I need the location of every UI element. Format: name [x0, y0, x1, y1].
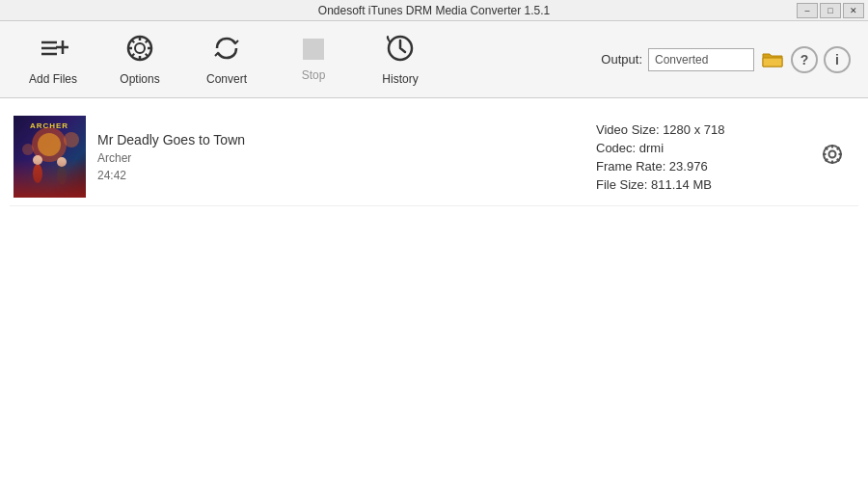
close-button[interactable]: ✕: [843, 3, 864, 18]
output-label: Output:: [601, 52, 642, 67]
options-button[interactable]: Options: [96, 26, 183, 94]
svg-point-6: [135, 43, 145, 53]
stop-icon: [303, 38, 324, 65]
file-settings-button[interactable]: [820, 142, 845, 173]
toolbar: Add Files Options: [0, 21, 868, 98]
file-item: ARCHER Mr Deadly Goes to Town Archer 24:…: [10, 108, 858, 206]
svg-point-28: [829, 150, 836, 157]
main-content: ARCHER Mr Deadly Goes to Town Archer 24:…: [0, 98, 868, 482]
file-actions: [820, 142, 854, 173]
info-button[interactable]: i: [824, 46, 851, 73]
stop-button[interactable]: Stop: [270, 26, 357, 94]
svg-line-14: [132, 54, 135, 57]
archer-poster: ARCHER: [14, 116, 86, 198]
add-files-button[interactable]: Add Files: [10, 26, 96, 94]
frame-rate: Frame Rate: 23.976: [596, 159, 708, 174]
minimize-button[interactable]: –: [797, 3, 818, 18]
add-files-label: Add Files: [29, 72, 77, 86]
svg-point-25: [64, 132, 79, 147]
help-button[interactable]: ?: [791, 46, 818, 73]
file-meta: Video Size: 1280 x 718 Codec: drmi Frame…: [596, 122, 808, 192]
output-area: Output: ? i: [601, 46, 851, 73]
info-icon: i: [835, 52, 839, 67]
file-thumbnail: ARCHER: [14, 116, 86, 198]
window-controls: – □ ✕: [797, 3, 864, 18]
file-title: Mr Deadly Goes to Town: [97, 132, 584, 147]
svg-point-23: [57, 157, 67, 167]
svg-line-11: [132, 40, 135, 43]
history-icon: [385, 33, 416, 68]
svg-rect-15: [303, 39, 324, 60]
file-size: File Size: 811.14 MB: [596, 177, 712, 192]
convert-button[interactable]: Convert: [183, 26, 270, 94]
svg-point-19: [38, 133, 61, 156]
file-subtitle: Archer: [97, 151, 584, 165]
codec: Codec: drmi: [596, 141, 664, 155]
svg-line-12: [146, 54, 149, 57]
window-title: Ondesoft iTunes DRM Media Converter 1.5.…: [318, 4, 550, 17]
add-files-icon: [38, 33, 68, 68]
stop-label: Stop: [302, 68, 326, 82]
browse-folder-button[interactable]: [760, 47, 785, 72]
title-bar: Ondesoft iTunes DRM Media Converter 1.5.…: [0, 0, 868, 21]
convert-label: Convert: [206, 72, 247, 86]
svg-point-22: [57, 166, 67, 185]
svg-line-13: [146, 40, 149, 43]
convert-icon: [211, 33, 242, 68]
options-label: Options: [120, 72, 159, 86]
file-info: Mr Deadly Goes to Town Archer 24:42: [97, 132, 584, 182]
history-label: History: [382, 72, 418, 86]
output-input[interactable]: [648, 48, 754, 71]
video-size: Video Size: 1280 x 718: [596, 122, 724, 137]
file-duration: 24:42: [97, 169, 584, 182]
history-button[interactable]: History: [357, 26, 444, 94]
svg-point-20: [33, 164, 42, 183]
maximize-button[interactable]: □: [820, 3, 841, 18]
svg-text:ARCHER: ARCHER: [30, 121, 68, 130]
options-icon: [124, 33, 155, 68]
help-icon: ?: [800, 52, 809, 67]
svg-point-26: [22, 144, 34, 155]
svg-point-21: [33, 155, 42, 165]
